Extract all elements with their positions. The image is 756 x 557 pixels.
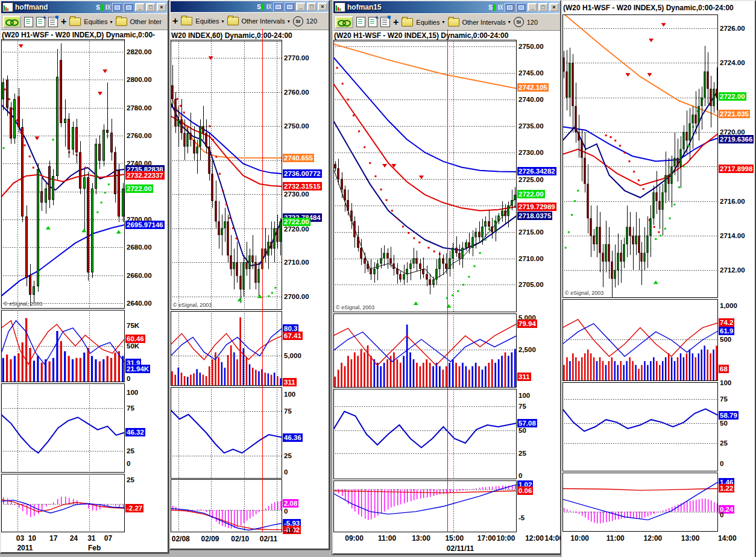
folder-icon — [448, 18, 459, 27]
oscillator-axis[interactable]: 1007557.0850250 — [517, 389, 560, 479]
new-window-icon[interactable] — [516, 3, 526, 12]
macd-plot[interactable] — [1, 474, 125, 532]
add-symbol-icon[interactable]: + — [172, 16, 178, 26]
add-symbol-icon[interactable]: + — [393, 17, 398, 27]
axis-label: 2742.105 — [517, 83, 549, 92]
copy-page-icon[interactable] — [24, 17, 33, 27]
stoch-plot[interactable] — [562, 382, 718, 471]
equities-dropdown[interactable]: Equities▾ — [84, 18, 112, 25]
main-plot[interactable] — [1, 39, 125, 309]
add-symbol-icon[interactable]: + — [61, 17, 66, 27]
close-button[interactable]: × — [318, 2, 327, 11]
interval-badge-icon[interactable]: I — [497, 4, 503, 11]
macd-axis[interactable]: 25-2.27 — [125, 474, 168, 532]
titlebar[interactable]: hoffmand S I _ □ × — [1, 1, 168, 13]
properties-icon[interactable] — [48, 17, 58, 27]
main-plot[interactable] — [171, 40, 282, 310]
stoch-plot[interactable] — [171, 387, 282, 479]
x-axis-label: 02/08 — [172, 535, 190, 544]
vol-panel: 75K60.4650K31.921.94K0 — [1, 310, 168, 382]
titlebar[interactable]: hofman15 S I _ □ × — [333, 1, 560, 13]
other-intervals-dropdown[interactable]: Other Intervals▾ — [462, 19, 511, 26]
time-axis[interactable]: 09:0011:0013:0015:0017:0010:0012:0014:00 — [333, 534, 560, 543]
macd-plot[interactable] — [171, 479, 282, 532]
oscillator-axis[interactable]: 1007546.36250 — [282, 387, 329, 479]
price-axis[interactable]: 2726.002724.002722.002721.0352720.002719… — [718, 14, 755, 298]
macd-axis[interactable]: 1.020.06-5 — [517, 480, 560, 532]
chart-window-daily[interactable]: hoffmand S I _ □ × + Equities▾ Other Int… — [0, 0, 169, 553]
si-interval-icon[interactable]: SI — [293, 16, 303, 27]
price-axis[interactable]: 2770.002760.002750.002740.6552736.007722… — [282, 40, 329, 310]
volume-axis[interactable]: 5,00079.942,500311 — [517, 313, 560, 388]
new-page-icon[interactable] — [368, 17, 377, 27]
interval-badge-icon[interactable]: I — [266, 3, 272, 11]
new-page-icon[interactable] — [36, 17, 45, 27]
minimize-button[interactable]: _ — [528, 3, 537, 11]
close-button[interactable]: × — [549, 3, 559, 11]
maximize-button[interactable]: □ — [146, 3, 156, 11]
restore-window-icon[interactable] — [505, 3, 515, 12]
interval-badge-icon[interactable]: I — [105, 4, 111, 11]
vol-plot[interactable] — [171, 311, 282, 386]
x-axis-label: 24 — [70, 534, 78, 543]
new-window-icon[interactable] — [285, 2, 295, 11]
interval-value: 120 — [527, 19, 538, 26]
vol-plot[interactable] — [562, 299, 718, 381]
axis-label: 2720.00 — [283, 225, 310, 233]
main-plot[interactable] — [333, 40, 517, 312]
date-axis[interactable]: 02/0802/0902/1002/11 — [171, 535, 329, 544]
signal-badge-icon[interactable]: S — [256, 3, 265, 11]
axis-label: -5 — [517, 514, 526, 522]
main-plot[interactable] — [562, 14, 718, 298]
minimize-button[interactable]: _ — [296, 2, 306, 11]
macd-plot[interactable] — [333, 480, 517, 532]
close-button[interactable]: × — [157, 3, 166, 11]
x-axis-label: 10 — [28, 534, 36, 543]
main-panel: 2726.002724.002722.002721.0352720.002719… — [562, 14, 755, 298]
equities-dropdown[interactable]: Equities▾ — [195, 17, 224, 25]
equities-dropdown[interactable]: Equities▾ — [416, 19, 444, 26]
link-icon[interactable] — [3, 16, 21, 28]
link-icon[interactable] — [335, 16, 353, 28]
main-panel: 2820.002800.002780.002760.002740.002735.… — [1, 39, 168, 309]
date-axis[interactable]: 02/11/11 — [333, 544, 560, 553]
vol-plot[interactable] — [333, 313, 517, 388]
titlebar[interactable]: S I _ □ × — [171, 1, 329, 12]
date-axis[interactable]: 2011Feb — [1, 544, 168, 553]
axis-label: 2.08 — [283, 499, 298, 508]
minimize-button[interactable]: _ — [135, 3, 145, 11]
macd-axis[interactable]: 1.461.220.240 — [718, 473, 755, 532]
signal-badge-icon[interactable]: S — [488, 4, 496, 11]
other-intervals-dropdown[interactable]: Other Intervals▾ — [242, 17, 290, 25]
price-axis[interactable]: 2750.002745.002742.1052740.002735.002730… — [517, 40, 560, 312]
si-interval-icon[interactable]: SI — [514, 17, 524, 27]
oscillator-axis[interactable]: 1007546.32250 — [125, 383, 168, 473]
volume-axis[interactable]: 1,00074.261.950068 — [718, 299, 755, 381]
stoch-plot[interactable] — [1, 383, 125, 473]
chart-window-5min[interactable]: (W20 H1-WSF - W20 INDEX,5) Dynamic,0:00-… — [561, 0, 756, 557]
signal-badge-icon[interactable]: S — [95, 4, 104, 11]
restore-window-icon[interactable] — [273, 2, 283, 11]
stoch-plot[interactable] — [333, 389, 517, 479]
oscillator-axis[interactable]: 1007558.7950250 — [718, 382, 755, 471]
time-axis[interactable]: 10:0011:0012:0013:0014:00 — [562, 534, 755, 543]
time-axis[interactable]: 031017243107 — [1, 534, 168, 543]
copy-page-icon[interactable] — [356, 17, 365, 27]
properties-icon[interactable] — [380, 17, 390, 27]
chart-window-60min[interactable]: S I _ □ × + Equities▾ Other Intervals▾ S… — [169, 0, 330, 550]
restore-window-icon[interactable] — [112, 3, 122, 12]
x-axis-label: 07 — [104, 534, 112, 543]
macd-plot[interactable] — [562, 473, 718, 532]
new-window-icon[interactable] — [124, 3, 134, 12]
other-intervals-dropdown[interactable]: Other Inter — [130, 18, 162, 25]
maximize-button[interactable]: □ — [307, 2, 317, 11]
axis-label: 25 — [719, 439, 729, 447]
volume-axis[interactable]: 75K60.4650K31.921.94K0 — [125, 310, 168, 382]
x-axis-label: 09:00 — [345, 534, 364, 543]
volume-axis[interactable]: 80.367.415,000311 — [282, 311, 329, 386]
vol-plot[interactable] — [1, 310, 125, 382]
price-axis[interactable]: 2820.002800.002780.002760.002740.002735.… — [125, 39, 168, 309]
macd-axis[interactable]: 2.080-5.93-8.02-10 — [282, 479, 329, 532]
maximize-button[interactable]: □ — [538, 3, 548, 11]
chart-window-15min[interactable]: hofman15 S I _ □ × + Equities▾ Other Int… — [332, 0, 561, 555]
